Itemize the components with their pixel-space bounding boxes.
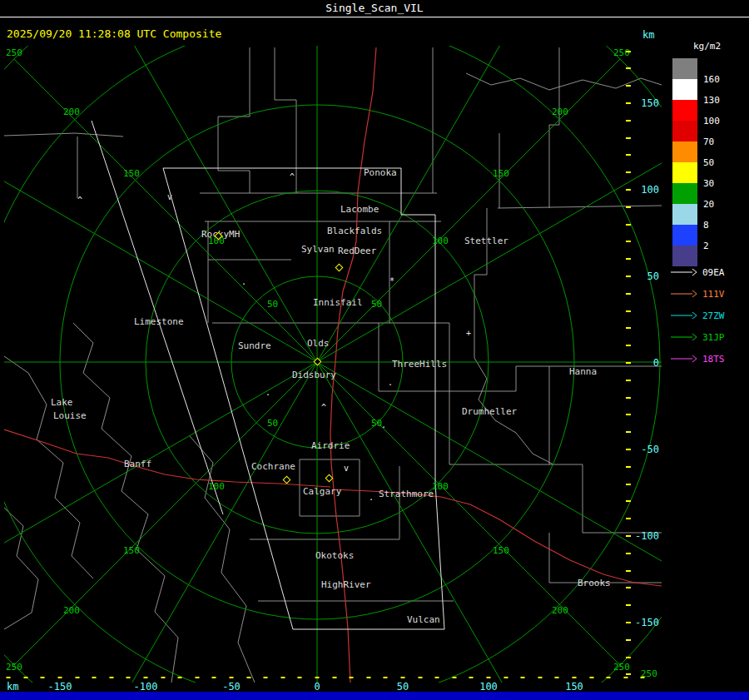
bottom-axis-tick (41, 677, 45, 678)
bottom-axis-tick (230, 677, 234, 678)
right-axis-tick (626, 258, 631, 260)
county-boundary (73, 323, 178, 683)
colorbar-swatch (672, 183, 697, 204)
bottom-axis-tick (195, 677, 199, 678)
bottom-axis-tick (607, 677, 611, 678)
city-label: Drumheller (462, 406, 517, 417)
right-axis-tick (626, 500, 631, 502)
colorbar-swatch (672, 141, 697, 162)
map-canvas[interactable] (0, 0, 749, 700)
city-label: Limestone (134, 316, 184, 327)
right-axis-tick (626, 154, 631, 156)
bottom-axis-tick (58, 677, 62, 678)
city-label: Hanna (569, 366, 597, 377)
map-marker: + (466, 330, 471, 338)
right-axis-label: -100 (635, 530, 659, 542)
city-label: Airdrie (311, 440, 350, 451)
colorbar-swatch (672, 79, 697, 100)
map-marker: · (241, 280, 246, 289)
bottom-axis-tick (538, 677, 542, 678)
bottom-axis-tick (435, 677, 439, 678)
bottom-axis-tick (92, 677, 97, 678)
radar-legend-row: 31JP (671, 331, 749, 343)
bottom-axis-label: -100 (134, 681, 158, 693)
bottom-axis-label: -150 (48, 681, 72, 693)
bottom-axis-tick (75, 677, 79, 678)
city-label: Okotoks (315, 550, 354, 561)
city-label: Ponoka (364, 167, 397, 178)
range-label: 50 (267, 299, 278, 310)
bottom-axis-tick (178, 677, 182, 678)
right-axis-label: 100 (641, 184, 659, 196)
colorbar-swatch (672, 121, 697, 141)
county-boundary (4, 356, 93, 578)
radar-legend-row: 09EA (671, 266, 749, 278)
bottom-axis-label: 0 (314, 681, 320, 693)
right-axis-tick (626, 431, 631, 433)
colorbar-value: 20 (703, 199, 714, 210)
county-boundary (474, 208, 487, 358)
colorbar-swatch (672, 204, 697, 225)
colorbar-value: 50 (703, 157, 714, 168)
azimuth-line (317, 362, 688, 577)
bottom-axis-tick (161, 677, 165, 678)
bottom-axis-unit: km (7, 681, 18, 693)
range-label: 200 (63, 107, 80, 117)
bottom-axis-tick (280, 677, 285, 678)
right-axis-tick (626, 484, 631, 485)
right-axis-tick (626, 276, 631, 277)
city-label: Innisfail (313, 297, 363, 308)
bottom-axis-tick (144, 677, 148, 678)
city-label: Cochrane (251, 461, 295, 472)
bottom-axis-tick (350, 677, 354, 678)
range-label: 200 (552, 107, 568, 117)
highway-line (4, 429, 330, 487)
right-axis-tick (626, 604, 631, 606)
range-ring (0, 0, 746, 700)
colorbar-title: kg/m2 (693, 41, 721, 52)
city-label: Lake (51, 397, 73, 408)
city-label: Sylvan (301, 244, 335, 255)
bottom-axis-tick (126, 677, 131, 678)
radar-arrow-icon (671, 268, 697, 276)
city-label: Didsbury (292, 370, 336, 380)
map-marker: · (388, 381, 393, 390)
right-axis-label: 50 (647, 271, 659, 282)
bottom-axis-label: 150 (565, 681, 583, 693)
colorbar-value: 8 (703, 220, 709, 231)
colorbar-swatch (672, 246, 697, 266)
city-label: Brooks (578, 578, 611, 588)
right-axis-tick (626, 67, 631, 69)
bottom-axis-label: -50 (222, 681, 241, 693)
bottom-axis-tick (366, 677, 370, 678)
map-area[interactable]: 2502001501005025020015010050501001502002… (0, 0, 749, 700)
radar-legend-row: 27ZW (671, 310, 749, 321)
right-axis-tick (626, 587, 631, 588)
city-label: Sundre (238, 340, 271, 351)
city-label: Olds (307, 338, 330, 349)
city-label: Blackfalds (327, 226, 382, 236)
bottom-axis-tick (641, 677, 645, 678)
county-boundary (4, 133, 123, 137)
right-axis-tick (626, 189, 631, 191)
range-label: 50 (371, 299, 382, 310)
bottom-axis-tick (589, 677, 593, 678)
map-marker: * (389, 277, 394, 285)
colorbar-swatch (672, 58, 697, 79)
county-boundary (449, 464, 662, 533)
right-axis-tick (626, 345, 631, 346)
range-label: 100 (432, 481, 449, 492)
colorbar-value: 100 (703, 116, 720, 127)
range-label: 150 (123, 545, 140, 556)
right-axis-label: 0 (653, 357, 659, 369)
county-boundary (275, 47, 296, 193)
range-label: 100 (208, 481, 225, 492)
range-label: 150 (493, 545, 509, 556)
right-axis-tick (626, 224, 631, 226)
radar-arrow-icon (671, 355, 697, 363)
range-label: 50 (267, 418, 278, 429)
colorbar-value: 160 (703, 74, 720, 85)
bottom-axis-tick (298, 677, 302, 678)
bottom-axis-tick (212, 677, 216, 678)
city-label: Strathmore (379, 489, 434, 499)
